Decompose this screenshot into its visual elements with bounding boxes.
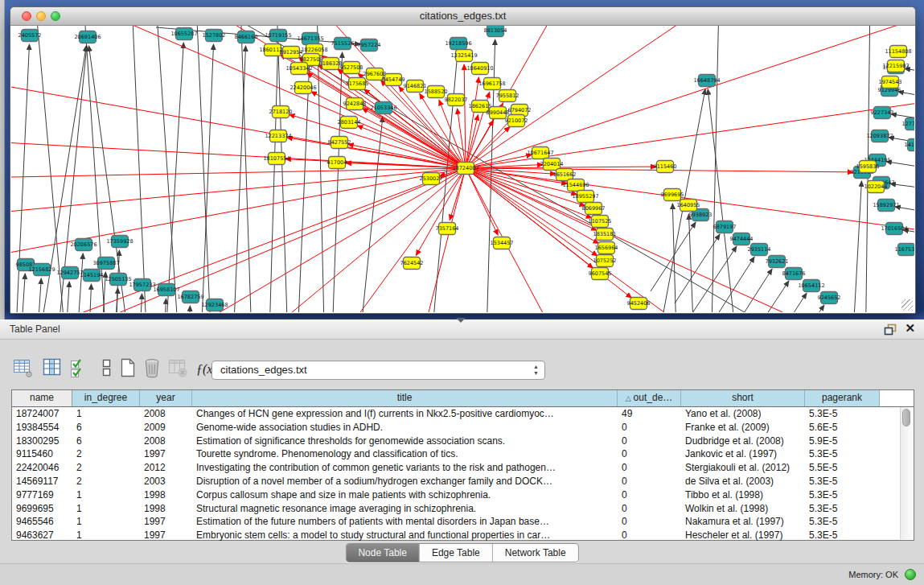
table-selector-dropdown[interactable]: citations_edges.txt ▲▼ [211,360,545,380]
graph-node-417004[interactable]: 417004 [327,157,347,169]
graph-node-2803144[interactable]: 2803144 [338,117,361,129]
graph-node-7515526[interactable]: 7515526 [331,38,355,50]
graph-node-10719155[interactable]: 10719155 [265,30,291,42]
graph-node-2530027[interactable]: 2530027 [420,173,443,185]
graph-node-1167533[interactable]: 1167533 [895,244,914,256]
table-row[interactable]: 969969511998Structural magnetic resonanc… [12,502,914,516]
graph-node-15892971[interactable]: 15892971 [873,200,899,212]
network-graph[interactable]: 1872400724055722069140610655287152780284… [11,26,914,312]
graph-node-13325419[interactable]: 13325419 [450,50,477,62]
graph-node-9452406[interactable]: 9452406 [627,298,651,310]
graph-node-9245652[interactable]: 9245652 [818,292,841,304]
minimize-traffic-light[interactable] [36,11,46,21]
graph-node-12213374[interactable]: 12213374 [265,130,291,142]
table-scrollbar-thumb[interactable] [902,409,910,426]
column-header-pagerank[interactable]: pagerank [805,390,880,406]
graph-node-9115460[interactable]: 9115460 [654,161,677,173]
float-panel-icon[interactable] [884,323,897,336]
graph-node-9699695[interactable]: 9699695 [661,189,684,201]
graph-node-8471676[interactable]: 8471676 [782,268,806,280]
graph-node-1534457[interactable]: 1534457 [491,237,514,249]
graph-node-7957224[interactable]: 7957224 [358,39,381,51]
graph-node-1107525[interactable]: 1107525 [589,216,612,228]
graph-node-19218596[interactable]: 19218596 [445,38,471,50]
graph-node-7932621[interactable]: 7932621 [766,256,789,268]
graph-node-1075252[interactable]: 1075252 [593,255,617,267]
column-header-year[interactable]: year [140,390,192,406]
graph-node-7955812[interactable]: 7955812 [496,90,519,102]
graph-node-18107554[interactable]: 18107554 [263,153,290,165]
graph-node-10654112[interactable]: 10654112 [798,280,824,292]
graph-node-1640955[interactable]: 1640955 [677,200,700,212]
graph-node-14671355[interactable]: 14671355 [297,33,323,45]
table-row[interactable]: 911546021997Tourette syndrome. Phenomeno… [12,447,914,461]
graph-node-17957233[interactable]: 17957233 [129,279,155,291]
graph-node-1974543[interactable]: 1974543 [879,76,902,89]
network-view-canvas[interactable]: 1872400724055722069140610655287152780284… [11,26,914,312]
column-header-short[interactable]: short [681,390,805,406]
graph-node-16782759[interactable]: 16782759 [177,291,203,303]
graph-node-16961758[interactable]: 16961758 [478,78,505,90]
close-panel-icon[interactable]: ✕ [905,321,915,336]
graph-node-18955297[interactable]: 18955297 [572,191,598,203]
graph-node-12505135[interactable]: 12505135 [105,274,131,286]
graph-node-7624542[interactable]: 7624542 [400,257,424,270]
graph-node-9210072[interactable]: 9210072 [505,115,528,127]
graph-node-8186328[interactable]: 8186328 [319,58,343,70]
graph-node-30975887[interactable]: 30975887 [92,257,119,270]
table-row[interactable]: 977716911998Corpus callosum shape and si… [12,488,914,502]
table-scrollbar[interactable] [900,407,913,539]
memory-status-icon[interactable] [905,569,916,580]
column-header-name[interactable]: name [12,390,72,406]
graph-node-8466160[interactable]: 8466160 [235,31,258,43]
window-resize-grip[interactable] [901,299,913,311]
select-columns-button[interactable] [42,357,66,381]
graph-node-3175685[interactable]: 3175685 [346,78,369,90]
select-rows-checkbox-button[interactable] [69,357,93,381]
table-row[interactable]: 946554611997Estimation of the future num… [12,515,914,529]
graph-node-18640910[interactable]: 18640910 [466,63,493,75]
graph-node-20691406[interactable]: 20691406 [74,31,101,43]
graph-node-8454749[interactable]: 8454749 [382,74,405,86]
graph-node-8069967[interactable]: 8069967 [582,203,606,215]
graph-node-1656964[interactable]: 1656964 [595,242,618,254]
graph-node-9822037[interactable]: 9822037 [445,94,468,106]
table-row[interactable]: 2242004622012Investigating the contribut… [12,461,914,475]
table-row[interactable]: 1456911722003Disruption of a novel membe… [12,475,914,488]
graph-node-1022044[interactable]: 1022044 [864,181,888,193]
graph-node-10655287[interactable]: 10655287 [170,28,197,40]
table-row[interactable]: 1830029562008Estimation of significance … [12,435,914,448]
table-row[interactable]: 1872400712008Changes of HCN gene express… [12,407,914,421]
graph-node-11154808[interactable]: 11154808 [885,46,911,58]
table-mode-button[interactable]: ⚙ [13,357,37,381]
graph-node-2405572[interactable]: 2405572 [18,30,42,42]
graph-node-17359928[interactable]: 17359928 [106,236,133,248]
graph-node-16648794[interactable]: 16648794 [693,75,720,87]
network-window-titlebar[interactable]: citations_edges.txt [10,7,915,26]
graph-node-1145194[interactable]: 1145194 [80,270,104,282]
graph-node-8813054[interactable]: 8813054 [484,26,507,37]
graph-node-7357164[interactable]: 7357164 [436,223,459,235]
table-row[interactable]: 1938455462009Genome-wide association stu… [12,421,914,435]
table-row[interactable]: 946362711997Embryonic stem cells: a mode… [12,529,914,542]
graph-node-1527802[interactable]: 1527802 [203,30,226,42]
column-header-title[interactable]: title [192,390,618,406]
zoom-traffic-light[interactable] [51,11,60,21]
graph-node-1835181[interactable]: 1835181 [593,229,617,241]
graph-node-2718120[interactable]: 2718120 [269,106,293,118]
graph-node-9607545[interactable]: 9607545 [589,268,612,280]
graph-node-12923468[interactable]: 12923468 [201,299,228,311]
graph-node-9527508[interactable]: 9527508 [340,62,363,74]
graph-node-1277403[interactable]: 1277403 [902,118,914,130]
tab-edge-table[interactable]: Edge Table [420,544,493,562]
graph-node-2935114[interactable]: 2935114 [748,244,771,256]
split-pane-handle[interactable] [456,318,466,323]
column-header-out_degree[interactable]: △out_de… [618,390,681,406]
new-column-button[interactable] [117,357,142,381]
graph-node-8427552[interactable]: 8427552 [328,137,351,149]
graph-node-1595836[interactable]: 1595836 [856,161,880,173]
graph-node-12093872[interactable]: 12093872 [866,130,893,142]
column-header-in_degree[interactable]: in_degree [72,390,140,406]
tab-network-table[interactable]: Network Table [493,544,578,562]
tab-node-table[interactable]: Node Table [346,544,420,562]
